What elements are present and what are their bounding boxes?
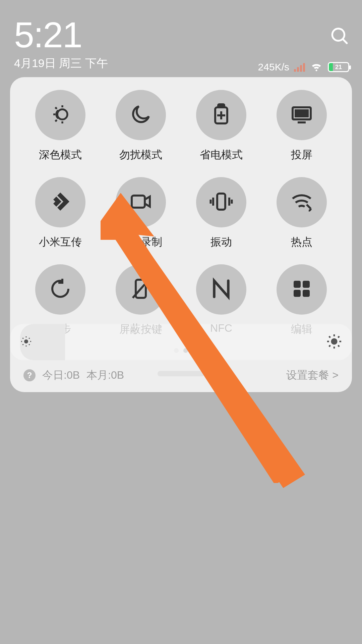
- svg-line-32: [23, 338, 23, 339]
- svg-rect-15: [132, 196, 145, 208]
- tile-hotspot[interactable]: 热点: [261, 177, 342, 250]
- tile-label: 省电模式: [200, 148, 243, 162]
- nfc-icon: [209, 277, 233, 302]
- tile-label: 深色模式: [39, 148, 82, 162]
- dark-mode-icon: [48, 102, 72, 128]
- battery-percentage: 21: [329, 64, 348, 71]
- wifi-icon: [310, 60, 323, 74]
- tile-dark-mode[interactable]: 深色模式: [20, 90, 101, 162]
- svg-line-7: [55, 120, 57, 122]
- tile-label: 勿扰模式: [119, 148, 162, 162]
- battery-icon: 21: [328, 62, 349, 72]
- svg-rect-25: [294, 290, 301, 297]
- svg-rect-23: [294, 281, 301, 288]
- tile-battery-saver[interactable]: 省电模式: [181, 90, 261, 162]
- data-usage-today: 今日:0B: [42, 368, 80, 383]
- svg-rect-13: [296, 110, 308, 116]
- tile-cast[interactable]: 投屏: [261, 90, 342, 162]
- tile-dnd[interactable]: 勿扰模式: [101, 90, 181, 162]
- tile-label: 小米互传: [39, 235, 82, 250]
- svg-rect-26: [303, 290, 310, 297]
- status-bar: 245K/s 21: [258, 60, 349, 74]
- brightness-low-icon: [20, 335, 32, 349]
- screen-lock-keys-icon: [129, 277, 153, 302]
- tile-vibrate[interactable]: 振动: [181, 177, 261, 250]
- panel-handle[interactable]: [158, 371, 204, 376]
- svg-line-35: [29, 338, 29, 339]
- svg-line-6: [55, 107, 57, 109]
- set-plan-link[interactable]: 设置套餐 >: [286, 368, 339, 383]
- cast-icon: [290, 102, 314, 128]
- svg-rect-24: [303, 281, 310, 288]
- data-usage-month: 本月:0B: [86, 368, 124, 383]
- sync-icon: [48, 277, 72, 302]
- svg-point-2: [57, 109, 67, 119]
- clock-time: 5:21: [14, 17, 108, 53]
- svg-line-42: [338, 345, 340, 347]
- svg-rect-9: [218, 104, 224, 107]
- svg-line-1: [343, 39, 347, 43]
- hotspot-icon: [290, 190, 314, 215]
- vibrate-icon: [209, 190, 233, 215]
- tile-label: 投屏: [291, 148, 312, 162]
- svg-line-44: [338, 336, 340, 338]
- svg-line-34: [23, 344, 23, 345]
- svg-point-36: [331, 338, 337, 344]
- brightness-slider[interactable]: [10, 324, 352, 360]
- grid-edit-icon: [290, 277, 314, 302]
- tile-label: 屏幕录制: [119, 235, 162, 250]
- svg-point-27: [24, 339, 28, 343]
- help-icon[interactable]: ?: [23, 369, 36, 381]
- svg-line-43: [329, 345, 330, 347]
- tile-label: 振动: [210, 235, 232, 250]
- search-icon[interactable]: [330, 26, 349, 47]
- svg-line-41: [329, 336, 330, 338]
- network-speed: 245K/s: [258, 61, 289, 73]
- svg-line-33: [29, 344, 29, 345]
- screen-record-icon: [129, 190, 153, 215]
- svg-rect-16: [217, 194, 225, 210]
- battery-plus-icon: [209, 102, 233, 128]
- brightness-high-icon: [326, 334, 342, 351]
- clock-date: 4月19日 周三 下午: [14, 56, 108, 71]
- tile-mi-share[interactable]: 小米互传: [20, 177, 101, 250]
- mi-share-icon: [48, 190, 72, 215]
- tile-label: 热点: [291, 235, 312, 250]
- tile-screen-record[interactable]: 屏幕录制: [101, 177, 181, 250]
- cellular-signal-icon: [294, 62, 305, 72]
- moon-icon: [129, 102, 153, 128]
